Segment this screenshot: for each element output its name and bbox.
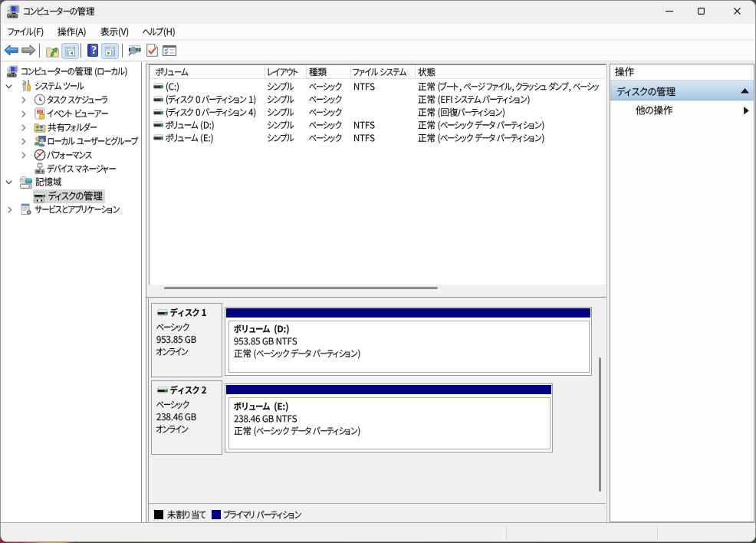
svg-text:?: ? [91,44,97,56]
